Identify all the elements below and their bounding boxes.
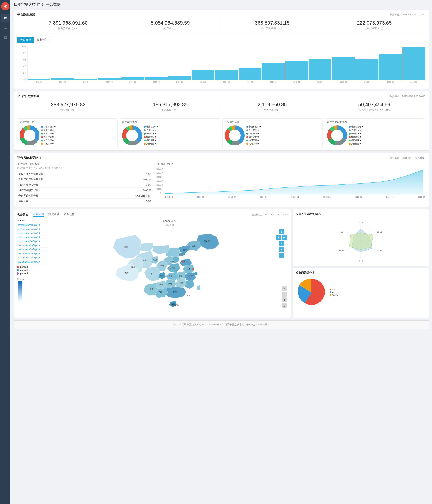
map-zoom-in[interactable]: + — [279, 247, 284, 252]
bar — [28, 79, 50, 80]
platform-overview-section: 平台数据总览 数据截止：2015-07-13 09:21:54 7,891,96… — [14, 10, 429, 89]
investor-age-title: 投资人年龄/性别分布 — [295, 212, 426, 216]
risk-label-4: 用户本金损失比例 — [17, 188, 98, 193]
map-nav-left-right: ◀ ▶ — [276, 235, 287, 240]
list-item[interactable]: dsafdsafdsafsaTop 10 — [17, 248, 48, 252]
map-main-title: iphone销量 — [51, 219, 288, 223]
bar-group — [168, 45, 191, 80]
map-nav-right[interactable]: ▶ — [282, 235, 287, 240]
x-label: 2014-11 — [239, 81, 261, 83]
risk-chart-title: 平台保证金变化 — [156, 162, 425, 166]
geo-tab-invest[interactable]: 投资金额 — [48, 212, 59, 217]
stat-expected-income-label: 累计预期收益（元） — [261, 27, 284, 29]
channel-pie — [295, 277, 327, 308]
list-item[interactable]: dsafdsafdsafsaTop 10 — [17, 256, 48, 260]
distribution-charts: 保障方式分布 非国有担保 ■ 企业担保 ■ 国有担保 ■ — [17, 118, 425, 148]
platform-overview-stats: 7,891,968,091.60 撮合贷款额（元） 5,084,064,689.… — [17, 19, 425, 34]
product-donut-container: 非国有担保 ■ 企业担保 ■ 国有担保 ■ 保质计划 ■ 信用保障 ■ 其他保障… — [224, 125, 321, 146]
geo-section: 地域分布 融资金额 投资金额 资金还移 数据截止：2015-07-01 00:0… — [14, 209, 291, 318]
y-0: 0万 — [160, 192, 163, 195]
map-nav-up[interactable]: ▲ — [279, 229, 284, 234]
bar-group — [309, 45, 331, 80]
y-label-4: 4亿 — [23, 65, 26, 68]
product-donut — [224, 125, 245, 146]
sidebar-item-home[interactable] — [1, 14, 9, 22]
map-tool-expand[interactable]: ⊞ — [282, 303, 287, 308]
label-anhui: 安徽 — [179, 275, 183, 277]
x-label: 2014-10 — [215, 81, 238, 83]
list-item[interactable]: dsafdsafdsafsaTop 10 — [17, 227, 48, 231]
risk-left-title: 平台逾期、坏账数据 — [17, 162, 152, 166]
geo-tab-finance[interactable]: 融资金额 — [33, 212, 44, 217]
list-item[interactable]: dsafdsafdsafsaTop 10 — [17, 223, 48, 227]
industry-legend: 非国有担保 ■ 企业担保 ■ 国有担保 ■ 保质计划 ■ 信用保障 ■ 其他保障… — [349, 125, 363, 146]
x-label: 2015-01 — [285, 81, 308, 83]
map-tool-refresh[interactable]: ↺ — [282, 297, 287, 303]
stat-paid-income-label: 已发放收益（元） — [364, 27, 384, 29]
geo-header: 地域分布 融资金额 投资金额 资金还移 数据截止：2015-07-01 00:0… — [17, 212, 288, 217]
bars-area — [28, 45, 425, 80]
y-label-0: 0亿 — [23, 78, 26, 81]
label-henan: 河南 — [172, 267, 175, 269]
stat-repaid-label: 已还本金（元） — [161, 27, 179, 29]
logo-text: 宅 — [4, 4, 7, 9]
sidebar-item-grid[interactable] — [1, 34, 9, 42]
sidebar-item-chart[interactable] — [1, 24, 9, 32]
bar — [309, 59, 331, 80]
page-title: 四季宁夏之技术宅 - 平台数据 — [14, 2, 429, 7]
label-jiangsu: 江苏 — [187, 268, 191, 270]
tab-transfer[interactable]: 债权转让 — [34, 37, 51, 43]
geo-time: 数据截止：2015-07-01 00:00:00 — [252, 213, 288, 216]
x-label: 2015-06 — [403, 81, 425, 83]
label-ningxia: 宁夏 — [154, 259, 157, 261]
list-item[interactable]: dsafdsafdsafsaTop 10 — [17, 252, 48, 256]
weekly-transfer: 50,407,454.69 债权转让（元）/ 18,476.00 笔 — [323, 100, 425, 113]
weekly-repay: 196,317,892.85 返还本金（元） — [119, 100, 221, 113]
map-nav-left[interactable]: ◀ — [276, 235, 281, 240]
industry-title: 融资主体行业分布 — [327, 120, 423, 124]
list-item[interactable]: dsafdsafdsafsaTop 10 — [17, 235, 48, 239]
x-label: 2015-04 — [356, 81, 378, 83]
industry-donut — [327, 125, 347, 146]
weekly-income-label: 发放收益（元） — [264, 108, 281, 111]
bar-group — [145, 45, 167, 80]
bar-group — [379, 45, 402, 80]
map-tool-pencil[interactable]: ✎ — [282, 286, 287, 291]
chart-tabs: 项目直投 债权转让 — [17, 37, 425, 43]
label-chongqing: 重庆 — [160, 275, 164, 277]
x-label: 2014-02 — [28, 81, 50, 83]
label-jiangxi: 江西 — [180, 282, 184, 284]
geo-tab-transfer[interactable]: 资金还移 — [64, 212, 75, 217]
bar — [262, 63, 285, 80]
stat-repaid-value: 5,084,064,689.59 — [122, 20, 219, 26]
radar-chart: 0-19 20-29 30-39 40-49 50-59 60+ — [339, 221, 382, 262]
label-gansu: 甘肃 — [143, 259, 146, 261]
y-label-6: 6亿 — [23, 58, 26, 61]
risk-value-2: 0.00 % — [98, 177, 152, 182]
province-inner-mongolia-west — [152, 245, 169, 254]
risk-label-1: 对投资者产生逾期金额 — [17, 171, 98, 177]
risk-table: 对投资者产生逾期金额 0.00 对投资者产生逾期比例 0.00 % 用户本金损失… — [17, 171, 152, 204]
list-item[interactable]: dsafdsafdsafsaTop 10 — [17, 260, 48, 264]
map-tool-line[interactable]: — — [282, 292, 287, 297]
map-zoom-out[interactable]: − — [279, 252, 284, 258]
product-distribution: 产品类型分布 非国有担保 ■ 企业担保 ■ 国有担保 ■ — [222, 118, 323, 148]
legend-app: APP — [330, 288, 338, 291]
map-nav-down[interactable]: ▼ — [279, 241, 284, 245]
list-item[interactable]: dsafdsafdsafsaTop 10 — [17, 231, 48, 235]
label-jilin: 吉林 — [192, 245, 196, 247]
list-item[interactable]: dsafdsafdsafsaTop 10 — [17, 239, 48, 243]
svg-point-32 — [189, 277, 191, 279]
scale-container: 高 2500 低 0 — [17, 278, 24, 303]
weekly-income-value: 2,119,660.85 — [224, 102, 321, 108]
tab-direct-invest[interactable]: 项目直投 — [17, 37, 34, 43]
y-15000: 15000万 — [156, 180, 163, 182]
table-row: 对投资者产生逾期金额 0.00 — [17, 171, 152, 177]
bar — [332, 57, 355, 80]
period-donut — [122, 125, 142, 146]
label-xinjiang: 新疆 — [124, 246, 128, 248]
app-label: APP — [332, 288, 336, 291]
list-item[interactable]: dsafdsafdsafsaTop 10 — [17, 243, 48, 248]
investor-charts: 投资人年龄/性别分布 — [293, 209, 429, 318]
y-30000: 30000万 — [156, 167, 163, 171]
